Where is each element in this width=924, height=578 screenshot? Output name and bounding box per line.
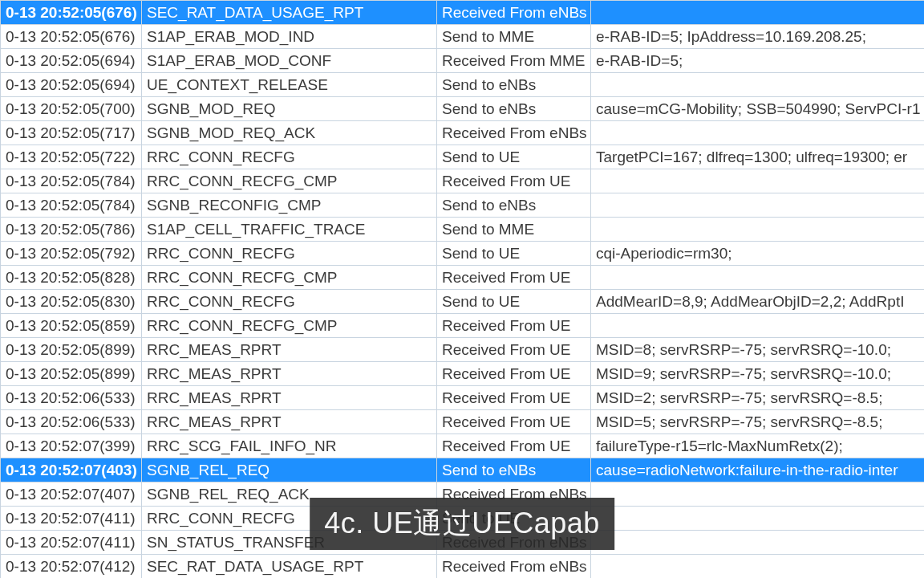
table-row[interactable]: 0-13 20:52:05(899)RRC_MEAS_RPRTReceived …: [1, 338, 925, 362]
direction-cell: Received From UE: [437, 362, 591, 386]
table-row[interactable]: 0-13 20:52:05(828)RRC_CONN_RECFG_CMPRece…: [1, 266, 925, 290]
message-cell: RRC_CONN_RECFG_CMP: [142, 314, 437, 338]
details-cell: [591, 1, 925, 25]
details-cell: [591, 555, 925, 579]
table-row[interactable]: 0-13 20:52:05(694)UE_CONTEXT_RELEASESend…: [1, 73, 925, 97]
details-cell: [591, 314, 925, 338]
details-cell: TargetPCI=167; dlfreq=1300; ulfreq=19300…: [591, 145, 925, 169]
message-cell: S1AP_ERAB_MOD_CONF: [142, 49, 437, 73]
details-cell: e-RAB-ID=5; IpAddress=10.169.208.25;: [591, 25, 925, 49]
details-cell: AddMearID=8,9; AddMearObjID=2,2; AddRptI: [591, 290, 925, 314]
timestamp-cell: 0-13 20:52:05(786): [1, 218, 142, 242]
direction-cell: Received From eNBs: [437, 555, 591, 579]
table-row[interactable]: 0-13 20:52:05(784)RRC_CONN_RECFG_CMPRece…: [1, 169, 925, 193]
details-cell: [591, 218, 925, 242]
timestamp-cell: 0-13 20:52:05(676): [1, 1, 142, 25]
message-cell: RRC_MEAS_RPRT: [142, 362, 437, 386]
message-cell: RRC_MEAS_RPRT: [142, 386, 437, 410]
table-row[interactable]: 0-13 20:52:06(533)RRC_MEAS_RPRTReceived …: [1, 386, 925, 410]
details-cell: cause=mCG-Mobility; SSB=504990; ServPCI-…: [591, 97, 925, 121]
details-cell: [591, 169, 925, 193]
direction-cell: Send to UE: [437, 290, 591, 314]
direction-cell: Received From MME: [437, 49, 591, 73]
table-row[interactable]: 0-13 20:52:07(399)RRC_SCG_FAIL_INFO_NRRe…: [1, 434, 925, 458]
direction-cell: Send to eNBs: [437, 97, 591, 121]
timestamp-cell: 0-13 20:52:07(407): [1, 482, 142, 507]
direction-cell: Send to UE: [437, 242, 591, 266]
timestamp-cell: 0-13 20:52:05(722): [1, 145, 142, 169]
direction-cell: Send to MME: [437, 25, 591, 49]
timestamp-cell: 0-13 20:52:05(899): [1, 338, 142, 362]
details-cell: cause=radioNetwork:failure-in-the-radio-…: [591, 458, 925, 482]
message-cell: SGNB_REL_REQ: [142, 458, 437, 482]
table-row[interactable]: 0-13 20:52:05(792)RRC_CONN_RECFGSend to …: [1, 242, 925, 266]
timestamp-cell: 0-13 20:52:05(784): [1, 193, 142, 218]
table-row[interactable]: 0-13 20:52:06(533)RRC_MEAS_RPRTReceived …: [1, 410, 925, 434]
table-row[interactable]: 0-13 20:52:05(830)RRC_CONN_RECFGSend to …: [1, 290, 925, 314]
direction-cell: Received From UE: [437, 410, 591, 434]
table-row[interactable]: 0-13 20:52:07(403)SGNB_REL_REQSend to eN…: [1, 458, 925, 482]
timestamp-cell: 0-13 20:52:05(694): [1, 49, 142, 73]
direction-cell: Received From UE: [437, 386, 591, 410]
direction-cell: Received From eNBs: [437, 121, 591, 145]
details-cell: MSID=8; servRSRP=-75; servRSRQ=-10.0;: [591, 338, 925, 362]
timestamp-cell: 0-13 20:52:06(533): [1, 386, 142, 410]
timestamp-cell: 0-13 20:52:05(792): [1, 242, 142, 266]
table-row[interactable]: 0-13 20:52:05(717)SGNB_MOD_REQ_ACKReceiv…: [1, 121, 925, 145]
table-row[interactable]: 0-13 20:52:05(784)SGNB_RECONFIG_CMPSend …: [1, 193, 925, 218]
details-cell: [591, 482, 925, 507]
direction-cell: Send to eNBs: [437, 193, 591, 218]
message-cell: RRC_CONN_RECFG: [142, 145, 437, 169]
details-cell: MSID=9; servRSRP=-75; servRSRQ=-10.0;: [591, 362, 925, 386]
table-row[interactable]: 0-13 20:52:05(700)SGNB_MOD_REQSend to eN…: [1, 97, 925, 121]
message-cell: RRC_MEAS_RPRT: [142, 338, 437, 362]
timestamp-cell: 0-13 20:52:05(859): [1, 314, 142, 338]
timestamp-cell: 0-13 20:52:07(411): [1, 531, 142, 555]
message-cell: SEC_RAT_DATA_USAGE_RPT: [142, 1, 437, 25]
message-cell: RRC_CONN_RECFG: [142, 242, 437, 266]
message-cell: RRC_SCG_FAIL_INFO_NR: [142, 434, 437, 458]
details-cell: [591, 121, 925, 145]
details-cell: [591, 531, 925, 555]
details-cell: failureType-r15=rlc-MaxNumRetx(2);: [591, 434, 925, 458]
direction-cell: Send to MME: [437, 218, 591, 242]
details-cell: [591, 507, 925, 531]
table-row[interactable]: 0-13 20:52:05(676)S1AP_ERAB_MOD_INDSend …: [1, 25, 925, 49]
table-row[interactable]: 0-13 20:52:07(412)SEC_RAT_DATA_USAGE_RPT…: [1, 555, 925, 579]
timestamp-cell: 0-13 20:52:05(676): [1, 25, 142, 49]
details-cell: [591, 266, 925, 290]
timestamp-cell: 0-13 20:52:07(403): [1, 458, 142, 482]
details-cell: [591, 73, 925, 97]
timestamp-cell: 0-13 20:52:05(899): [1, 362, 142, 386]
timestamp-cell: 0-13 20:52:07(399): [1, 434, 142, 458]
details-cell: MSID=2; servRSRP=-75; servRSRQ=-8.5;: [591, 386, 925, 410]
direction-cell: Send to UE: [437, 145, 591, 169]
timestamp-cell: 0-13 20:52:05(700): [1, 97, 142, 121]
table-row[interactable]: 0-13 20:52:05(859)RRC_CONN_RECFG_CMPRece…: [1, 314, 925, 338]
subtitle-overlay: 4c. UE通过UECapab: [310, 498, 614, 550]
message-log-table[interactable]: 0-13 20:52:05(676)SEC_RAT_DATA_USAGE_RPT…: [0, 0, 924, 578]
message-cell: RRC_MEAS_RPRT: [142, 410, 437, 434]
details-cell: cqi-Aperiodic=rm30;: [591, 242, 925, 266]
timestamp-cell: 0-13 20:52:05(828): [1, 266, 142, 290]
message-cell: SEC_RAT_DATA_USAGE_RPT: [142, 555, 437, 579]
direction-cell: Received From UE: [437, 169, 591, 193]
table-row[interactable]: 0-13 20:52:05(694)S1AP_ERAB_MOD_CONFRece…: [1, 49, 925, 73]
message-cell: UE_CONTEXT_RELEASE: [142, 73, 437, 97]
message-cell: RRC_CONN_RECFG_CMP: [142, 169, 437, 193]
table-row[interactable]: 0-13 20:52:05(786)S1AP_CELL_TRAFFIC_TRAC…: [1, 218, 925, 242]
timestamp-cell: 0-13 20:52:07(412): [1, 555, 142, 579]
timestamp-cell: 0-13 20:52:05(717): [1, 121, 142, 145]
direction-cell: Received From UE: [437, 314, 591, 338]
timestamp-cell: 0-13 20:52:05(694): [1, 73, 142, 97]
direction-cell: Received From eNBs: [437, 1, 591, 25]
timestamp-cell: 0-13 20:52:05(784): [1, 169, 142, 193]
table-row[interactable]: 0-13 20:52:05(722)RRC_CONN_RECFGSend to …: [1, 145, 925, 169]
direction-cell: Send to eNBs: [437, 458, 591, 482]
table-row[interactable]: 0-13 20:52:05(899)RRC_MEAS_RPRTReceived …: [1, 362, 925, 386]
table-row[interactable]: 0-13 20:52:05(676)SEC_RAT_DATA_USAGE_RPT…: [1, 1, 925, 25]
details-cell: MSID=5; servRSRP=-75; servRSRQ=-8.5;: [591, 410, 925, 434]
timestamp-cell: 0-13 20:52:07(411): [1, 507, 142, 531]
direction-cell: Received From UE: [437, 338, 591, 362]
direction-cell: Received From UE: [437, 434, 591, 458]
